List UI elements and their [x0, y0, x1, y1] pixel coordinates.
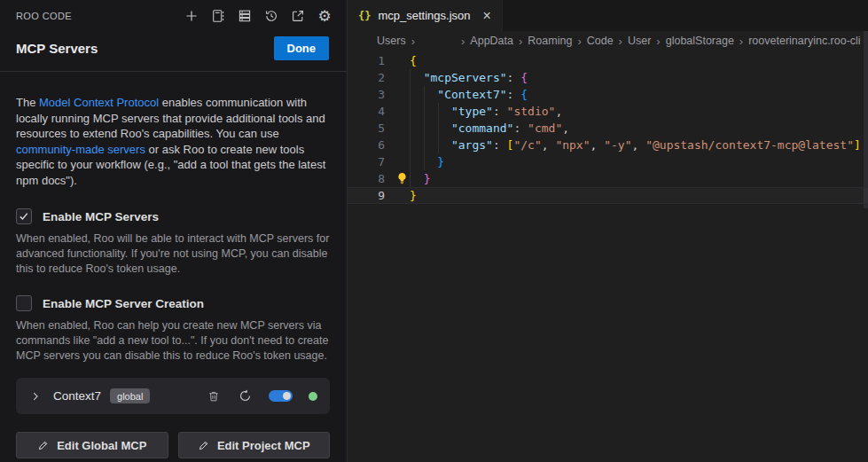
toggle-knob [283, 392, 291, 400]
code-line[interactable]: 1{ [348, 52, 868, 69]
sidebar-toolbar: ⚙ [184, 8, 332, 24]
mcp-action-buttons: Edit Global MCP Edit Project MCP [16, 432, 330, 458]
code-lines: 1{2 "mcpServers": {3 "Context7": {4 "typ… [348, 52, 868, 204]
line-number: 8 [348, 170, 385, 187]
lightbulb-icon[interactable] [396, 172, 408, 185]
breadcrumb-item[interactable]: User [628, 35, 651, 47]
code-line[interactable]: 2 "mcpServers": { [348, 69, 868, 86]
line-text: } [410, 187, 417, 204]
line-number: 3 [348, 86, 385, 103]
button-label: Edit Global MCP [57, 439, 146, 452]
setting-label: Enable MCP Server Creation [43, 297, 204, 310]
line-text: } [410, 170, 430, 187]
line-text: { [410, 52, 417, 69]
line-text: "Context7": { [410, 86, 528, 103]
setting-row: Enable MCP Servers [16, 208, 330, 224]
code-line[interactable]: 9} [348, 187, 868, 204]
pencil-icon [37, 440, 49, 451]
enable-mcp-servers-checkbox[interactable] [16, 208, 32, 224]
mcp-settings-content: The Model Context Protocol enables commu… [0, 72, 347, 458]
breadcrumb-item[interactable]: AppData [470, 35, 513, 47]
code-line[interactable]: 7 } [348, 153, 868, 170]
breadcrumb-item[interactable]: rooveterinaryinc.roo-cli [748, 35, 860, 47]
code-line[interactable]: 3 "Context7": { [348, 86, 868, 103]
line-text: "command": "cmd", [410, 120, 569, 137]
breadcrumb-separator-icon: › [411, 35, 415, 48]
mcp-description: The Model Context Protocol enables commu… [16, 95, 330, 188]
plus-icon[interactable] [184, 8, 199, 24]
server-scope-badge: global [110, 388, 150, 403]
tab-filename: mcp_settings.json [378, 9, 470, 22]
mcp-servers-icon[interactable] [237, 8, 253, 24]
line-number: 5 [348, 120, 385, 137]
panel-header: MCP Servers Done [0, 27, 347, 71]
line-number: 7 [348, 153, 385, 170]
line-text: "type": "stdio", [410, 103, 562, 120]
line-text: "mcpServers": { [410, 69, 528, 86]
line-number: 9 [348, 187, 385, 204]
breadcrumb-separator-icon: › [461, 35, 465, 48]
done-button[interactable]: Done [274, 36, 330, 60]
editor-pane: {} mcp_settings.json × Users››AppData›Ro… [348, 0, 868, 462]
code-line[interactable]: 8 } [348, 170, 868, 187]
server-enabled-toggle[interactable] [269, 390, 293, 402]
setting-enable-mcp-server-creation: Enable MCP Server Creation When enabled,… [16, 295, 330, 364]
open-in-editor-icon[interactable] [290, 8, 306, 24]
line-number: 4 [348, 103, 385, 120]
app-window: ROO CODE ⚙ MCP S [0, 0, 868, 462]
breadcrumb-separator-icon: › [739, 35, 743, 48]
setting-label: Enable MCP Servers [43, 210, 159, 223]
restart-server-icon[interactable] [237, 388, 253, 404]
settings-gear-icon[interactable]: ⚙ [317, 8, 332, 24]
line-number: 6 [348, 137, 385, 153]
breadcrumb-item[interactable]: globalStorage [666, 35, 734, 47]
enable-mcp-server-creation-checkbox[interactable] [16, 295, 32, 311]
server-status-indicator [309, 392, 317, 401]
tab-mcp-settings-json[interactable]: {} mcp_settings.json × [348, 0, 503, 31]
setting-enable-mcp-servers: Enable MCP Servers When enabled, Roo wil… [16, 208, 330, 277]
mcp-server-row-context7: Context7 global [16, 378, 330, 414]
breadcrumb-separator-icon: › [519, 35, 522, 48]
code-editor[interactable]: 1{2 "mcpServers": {3 "Context7": {4 "typ… [348, 51, 868, 462]
server-name: Context7 [53, 389, 101, 403]
page-title: MCP Servers [16, 41, 98, 56]
setting-description: When enabled, Roo can help you create ne… [16, 318, 330, 364]
prompts-icon[interactable] [210, 8, 226, 24]
editor-tab-bar: {} mcp_settings.json × [348, 0, 868, 31]
code-line[interactable]: 5 "command": "cmd", [348, 120, 868, 137]
button-label: Edit Project MCP [217, 439, 310, 452]
extension-title: ROO CODE [16, 11, 72, 21]
breadcrumb-item[interactable]: Users [377, 35, 406, 47]
setting-description: When enabled, Roo will be able to intera… [16, 231, 330, 277]
pencil-icon [198, 440, 209, 451]
close-tab-icon[interactable]: × [483, 9, 491, 23]
chevron-right-icon[interactable] [27, 388, 43, 404]
sidebar-header: ROO CODE ⚙ [0, 0, 347, 27]
history-icon[interactable] [263, 8, 279, 24]
setting-row: Enable MCP Server Creation [16, 295, 330, 311]
code-line[interactable]: 6 "args": ["/c", "npx", "-y", "@upstash/… [348, 137, 868, 153]
breadcrumb: Users››AppData›Roaming›Code›User›globalS… [348, 31, 868, 51]
breadcrumb-item[interactable]: Roaming [528, 35, 572, 47]
breadcrumb-separator-icon: › [656, 35, 660, 48]
delete-server-icon[interactable] [206, 388, 222, 404]
line-number: 2 [348, 69, 385, 86]
json-file-icon: {} [358, 10, 371, 22]
model-context-protocol-link[interactable]: Model Context Protocol [39, 96, 159, 109]
edit-project-mcp-button[interactable]: Edit Project MCP [178, 432, 331, 458]
community-made-servers-link[interactable]: community-made servers [16, 143, 145, 156]
breadcrumb-item[interactable]: Code [587, 35, 614, 47]
code-line[interactable]: 4 "type": "stdio", [348, 103, 868, 120]
edit-global-mcp-button[interactable]: Edit Global MCP [16, 432, 168, 458]
description-text: The [16, 96, 39, 109]
roo-code-sidebar: ROO CODE ⚙ MCP S [0, 0, 348, 462]
line-text: "args": ["/c", "npx", "-y", "@upstash/co… [410, 137, 861, 153]
breadcrumb-separator-icon: › [619, 35, 622, 48]
line-text: } [410, 153, 444, 170]
line-number: 1 [348, 52, 385, 69]
breadcrumb-separator-icon: › [577, 35, 581, 48]
checkmark-icon [19, 211, 29, 222]
